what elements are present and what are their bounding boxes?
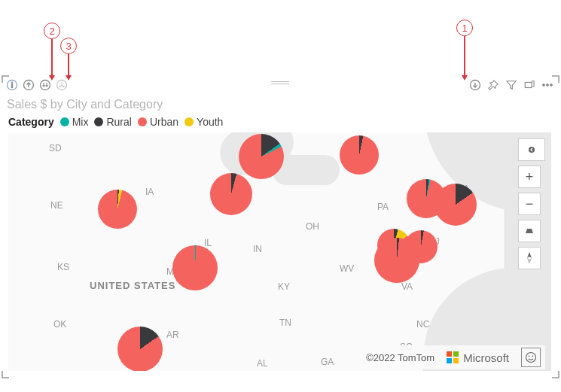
attribution-tomtom: ©2022 TomTom [366,352,434,363]
callout-2-line [51,39,53,77]
state-label: TN [279,318,291,328]
state-label: KS [57,262,69,272]
pie-marker[interactable] [374,238,419,283]
state-label: KY [278,281,290,292]
state-label: OH [306,221,319,232]
svg-point-11 [529,147,535,153]
svg-point-16 [529,355,530,357]
legend-item-youth[interactable]: Youth [184,116,223,128]
svg-point-1 [11,82,13,84]
svg-point-15 [526,353,536,363]
callout-badge: 3 [60,38,77,54]
filter-icon[interactable] [505,78,518,92]
visual-toolbar [2,77,557,93]
svg-rect-7 [525,83,532,88]
focus-mode-icon[interactable] [523,78,536,92]
legend-text: Youth [197,116,223,128]
callout-badge: 1 [456,20,473,36]
drill-toggle-icon[interactable] [468,78,482,92]
pie-marker[interactable] [117,327,163,371]
svg-marker-12 [526,229,533,233]
attribution-microsoft: Microsoft [447,351,509,364]
swatch-icon [184,117,194,126]
legend-text: Mix [72,116,89,128]
state-label: IL [204,238,212,248]
state-label: NE [50,200,63,211]
svg-marker-13 [527,252,532,258]
map-controls: + − [518,138,545,269]
svg-point-8 [543,84,545,87]
state-label: GA [321,357,334,367]
callout-1: 1 [456,20,473,36]
more-options-icon[interactable] [541,78,554,92]
state-label: IN [253,244,262,254]
svg-rect-2 [11,84,12,88]
state-label: PA [377,202,389,212]
state-label: AL [257,358,268,369]
microsoft-text: Microsoft [463,351,509,364]
state-label: SD [49,143,62,153]
svg-point-9 [547,84,549,87]
callout-3: 3 [60,38,77,54]
country-label: UNITED STATES [90,280,175,291]
zoom-out-button[interactable]: − [518,193,541,215]
legend-item-urban[interactable]: Urban [138,116,178,128]
swatch-icon [94,117,103,126]
swatch-icon [60,117,69,126]
map-canvas[interactable]: UNITED STATES SDMINEIAILINOHPAKSMOWVMDNJ… [8,132,551,371]
callout-2: 2 [44,23,60,39]
pie-marker[interactable] [172,245,218,290]
svg-point-4 [41,81,50,90]
drag-handle-icon[interactable] [271,81,289,84]
map-attribution: ©2022 TomTom Microsoft [361,345,545,369]
svg-marker-14 [527,258,532,264]
feedback-button[interactable] [521,348,541,367]
legend-item-rural[interactable]: Rural [94,116,131,128]
legend-item-mix[interactable]: Mix [60,116,89,128]
svg-point-10 [550,84,553,87]
swatch-icon [138,117,147,126]
microsoft-logo-icon [447,351,459,363]
zoom-in-button[interactable]: + [518,166,541,188]
info-icon[interactable] [5,78,19,92]
state-label: AR [166,330,179,340]
tilt-button[interactable] [518,220,541,242]
compass-button[interactable] [518,247,541,269]
callout-3-line [68,54,69,77]
pin-icon[interactable] [486,78,500,92]
callout-badge: 2 [44,23,60,39]
legend: Category Mix Rural Urban Youth [2,113,557,132]
state-label: WV [340,263,354,274]
drill-down-all-icon[interactable] [38,78,52,92]
visual-container: Sales $ by City and Category Category Mi… [2,77,557,378]
state-label: NC [416,319,429,330]
state-label: VA [401,281,413,292]
state-label: OK [53,319,66,330]
svg-point-17 [532,355,533,357]
callout-1-line [464,36,465,77]
expand-hierarchy-icon[interactable] [55,78,69,92]
visual-title: Sales $ by City and Category [2,93,557,113]
pie-marker[interactable] [340,135,379,175]
state-label: IA [145,187,154,197]
map-collapse-button[interactable] [518,138,545,161]
pie-marker[interactable] [239,134,284,179]
legend-field-label: Category [8,116,54,128]
pie-marker[interactable] [210,173,252,215]
pie-marker[interactable] [434,184,477,226]
pie-marker[interactable] [98,190,137,229]
drill-up-icon[interactable] [22,78,35,92]
legend-text: Rural [106,116,131,128]
legend-text: Urban [150,116,178,128]
